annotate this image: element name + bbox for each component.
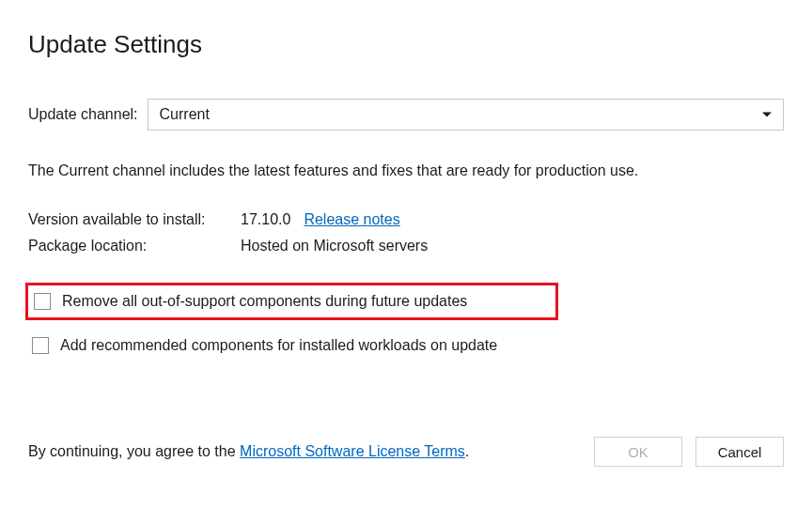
- version-available-value-row: 17.10.0 Release notes: [241, 211, 784, 228]
- add-recommended-label: Add recommended components for installed…: [60, 337, 497, 354]
- version-available-label: Version available to install:: [28, 211, 241, 228]
- agree-prefix: By continuing, you agree to the: [28, 443, 240, 459]
- license-agreement-text: By continuing, you agree to the Microsof…: [28, 443, 469, 460]
- license-terms-link[interactable]: Microsoft Software License Terms: [240, 443, 465, 459]
- version-available-value: 17.10.0: [241, 211, 290, 228]
- remove-oos-label: Remove all out-of-support components dur…: [62, 293, 467, 310]
- add-recommended-checkbox[interactable]: [32, 337, 49, 354]
- release-notes-link[interactable]: Release notes: [304, 211, 399, 228]
- add-recommended-row: Add recommended components for installed…: [28, 331, 784, 360]
- package-location-value: Hosted on Microsoft servers: [241, 238, 784, 254]
- remove-oos-row: Remove all out-of-support components dur…: [25, 283, 558, 320]
- update-channel-dropdown[interactable]: Current: [148, 99, 784, 131]
- checkbox-group: Remove all out-of-support components dur…: [28, 283, 784, 360]
- update-channel-value: Current: [160, 106, 210, 123]
- chevron-down-icon: [762, 113, 772, 117]
- package-location-label: Package location:: [28, 238, 241, 254]
- page-title: Update Settings: [28, 30, 784, 59]
- info-grid: Version available to install: 17.10.0 Re…: [28, 211, 784, 254]
- update-channel-row: Update channel: Current: [28, 99, 784, 131]
- remove-oos-checkbox[interactable]: [34, 293, 51, 310]
- update-channel-label: Update channel:: [28, 106, 138, 123]
- dialog-buttons: OK Cancel: [594, 437, 784, 467]
- ok-button[interactable]: OK: [594, 437, 682, 467]
- agree-period: .: [465, 443, 469, 459]
- channel-description: The Current channel includes the latest …: [28, 162, 784, 179]
- cancel-button[interactable]: Cancel: [695, 437, 784, 467]
- footer: By continuing, you agree to the Microsof…: [28, 437, 784, 467]
